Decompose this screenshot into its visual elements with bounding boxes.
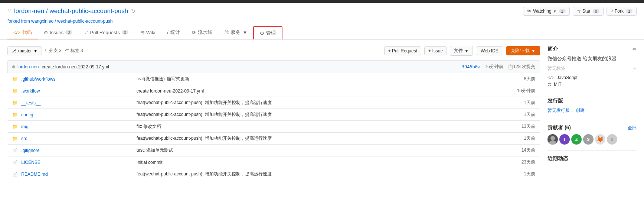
tab-services[interactable]: ⌘ 服务 ▼	[218, 26, 253, 39]
repo-name-link[interactable]: wechat-public-account-push	[49, 7, 128, 14]
file-time: 1天前	[475, 133, 540, 145]
repo-owner-name: lordon-neu / wechat-public-account-push	[14, 7, 128, 15]
table-row: 📁 src feat(wechat-public-account-push): …	[8, 133, 540, 145]
intro-section: 简介 ✏ 微信公众号推送-给女朋友的浪漫 暂无标签 + </> JavaScri…	[547, 46, 637, 87]
folder-icon: 📁	[12, 124, 18, 129]
issues-icon: ⊙	[44, 30, 48, 35]
contributor-avatar-2[interactable]: I	[559, 134, 570, 145]
svg-point-1	[549, 140, 556, 145]
file-icon: 📄	[12, 148, 18, 153]
table-row: 📄 .gitignore test: 添加单元测试 14天前	[8, 145, 540, 156]
branch-name: master	[18, 48, 32, 54]
tab-pipeline[interactable]: ⟳ 流水线	[186, 26, 218, 39]
tab-pullrequests[interactable]: ⇌ Pull Requests 0	[78, 27, 134, 39]
file-dropdown-icon: ▼	[464, 48, 469, 54]
file-name-link[interactable]: src	[21, 136, 27, 141]
contributor-avatar-4[interactable]: S	[583, 134, 594, 145]
star-button[interactable]: ☆ Star 0	[573, 7, 604, 16]
contributors-title: 贡献者 (6)	[547, 124, 571, 131]
tab-manage[interactable]: ⚙ 管理	[253, 26, 282, 39]
file-cell: 📄 LICENSE	[8, 156, 132, 168]
file-commit: feat(wechat-public-account-push): 增加功能开关…	[132, 168, 475, 180]
file-cell: 📄 .gitignore	[8, 145, 132, 156]
file-name-link[interactable]: .gitignore	[21, 148, 39, 153]
contributor-avatar-3[interactable]: Z	[571, 134, 582, 145]
commit-author[interactable]: lordon-neu	[17, 64, 39, 69]
sync-icon[interactable]: ↻	[131, 8, 135, 14]
table-row: 📄 README.md feat(wechat-public-account-p…	[8, 168, 540, 180]
svg-point-0	[550, 136, 555, 140]
contributors-all-link[interactable]: 全部	[628, 125, 637, 131]
intro-title: 简介 ✏	[547, 46, 637, 52]
contributor-avatar-5[interactable]: 🦊	[595, 134, 605, 145]
tab-stats[interactable]: 𝑙 统计	[161, 26, 186, 39]
file-cell: 📁 .workflow	[8, 85, 132, 97]
table-row: 📁 __tests__ feat(wechat-public-account-p…	[8, 97, 540, 109]
create-release-link[interactable]: 创建	[576, 108, 585, 113]
file-name-link[interactable]: README.md	[21, 172, 48, 177]
services-dropdown-icon: ▼	[242, 30, 247, 35]
file-name-link[interactable]: __tests__	[21, 100, 40, 106]
divider-2	[547, 120, 637, 120]
recent-activity-title: 近期动态	[547, 155, 637, 162]
branches-label: 分支 3	[49, 48, 62, 54]
commit-sha[interactable]: 3945b0a	[462, 64, 481, 69]
file-name-link[interactable]: img	[21, 124, 28, 129]
tab-code[interactable]: </> 代码	[7, 26, 38, 39]
clone-button[interactable]: 克隆/下载 ▼	[506, 46, 540, 55]
new-issue-button[interactable]: + Issue	[424, 46, 447, 55]
contributor-avatar-1[interactable]	[547, 134, 558, 145]
commit-time: 16分钟前	[485, 64, 503, 70]
branch-select[interactable]: ⎇ master ▼	[7, 46, 42, 55]
repo-actions: 👁 Watching ▼ 1 ☆ Star 0 ⑂ Fork 1	[523, 7, 637, 16]
contributors-header: 贡献者 (6) 全部	[547, 124, 637, 131]
pr-badge: 0	[122, 30, 128, 35]
add-tag-button[interactable]: +	[633, 65, 637, 72]
stats-icon: 𝑙	[167, 29, 169, 35]
folder-icon: 📁	[12, 77, 18, 82]
fork-button[interactable]: ⑂ Fork 1	[607, 7, 637, 16]
contributor-avatar-6[interactable]: S	[607, 134, 617, 145]
language-label: JavaScript	[557, 75, 578, 80]
edit-icon[interactable]: ✏	[632, 46, 637, 52]
file-name-link[interactable]: .workflow	[21, 88, 40, 94]
contributor-avatars: I Z S 🦊 S	[547, 134, 637, 145]
tab-issues[interactable]: ⊙ Issues 0	[38, 27, 78, 39]
repo-owner-link[interactable]: lordon-neu	[14, 7, 44, 14]
content-area: ⎇ master ▼ ⑂ 分支 3 🏷 标签 3 + Pull Request …	[0, 40, 644, 186]
commit-row: lordon-neu create lordon-neu-2022-09-17.…	[7, 60, 540, 73]
file-commit: create lordon-neu-2022-09-17.yml	[132, 85, 475, 97]
issues-badge: 0	[65, 30, 72, 35]
file-commit: feat(wechat-public-account-push): 增加功能开关…	[132, 97, 475, 109]
license-row: ⚖ MIT	[547, 82, 637, 87]
file-name-link[interactable]: config	[21, 112, 33, 117]
divider-1	[547, 93, 637, 93]
eye-icon: 👁	[527, 9, 532, 14]
file-name-link[interactable]: .github/workflows	[21, 77, 55, 82]
file-name-link[interactable]: LICENSE	[21, 160, 40, 165]
pull-request-button[interactable]: + Pull Request	[384, 46, 421, 55]
file-button[interactable]: 文件 ▼	[450, 46, 473, 56]
code-tag-icon: </>	[547, 75, 555, 80]
release-section: 发行版 暂无发行版， 创建	[547, 98, 637, 114]
manage-icon: ⚙	[260, 30, 264, 36]
file-label: 文件	[454, 48, 463, 54]
history-icon: 📋	[508, 64, 513, 69]
star-icon: ☆	[577, 9, 581, 14]
file-icon: 📄	[12, 172, 18, 177]
tab-wiki[interactable]: ⊟ Wiki	[134, 27, 161, 39]
file-cell: 📁 src	[8, 133, 132, 145]
language-row: </> JavaScript	[547, 75, 637, 80]
commit-count: 128 次提交	[513, 64, 535, 70]
file-commit: test: 添加单元测试	[132, 145, 475, 156]
webide-button[interactable]: Web IDE	[476, 46, 503, 55]
watching-count: 1	[559, 9, 566, 13]
file-time: 8天前	[475, 73, 540, 85]
watching-button[interactable]: 👁 Watching ▼ 1	[523, 7, 570, 16]
file-commit: feat(微信推送): 腹写式更新	[132, 73, 475, 85]
branch-info: ⑂ 分支 3	[45, 48, 62, 54]
release-title: 发行版	[547, 98, 637, 104]
star-label: Star	[582, 9, 591, 14]
fork-source-link[interactable]: forked from wangxinleo / wechat-public-a…	[7, 19, 112, 24]
table-row: 📁 .workflow create lordon-neu-2022-09-17…	[8, 85, 540, 97]
